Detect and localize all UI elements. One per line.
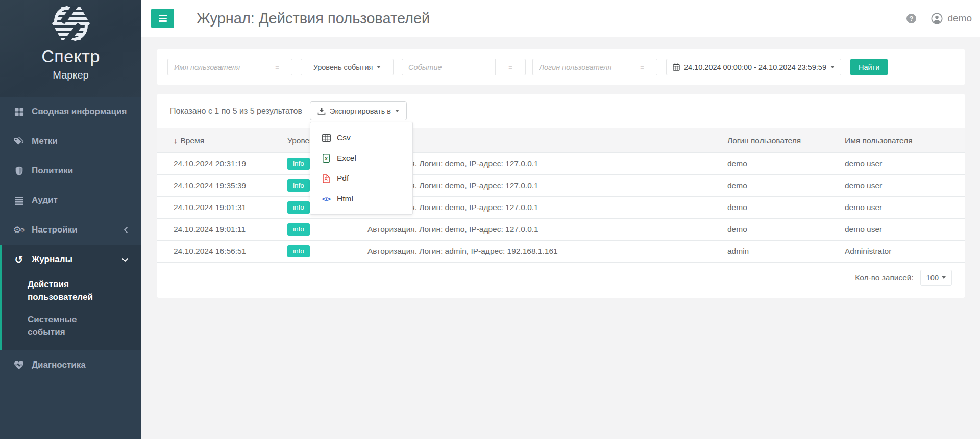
export-option-excel[interactable]: x Excel xyxy=(310,148,412,168)
sidebar-item-label: Журналы xyxy=(32,254,72,265)
sidebar-item-label: Диагностика xyxy=(32,360,86,370)
search-button[interactable]: Найти xyxy=(850,59,888,75)
sidebar-group-journals: ↺ Журналы Действия пользователей Системн… xyxy=(0,245,141,350)
column-header-login[interactable]: Логин пользователя xyxy=(720,128,837,153)
results-table: ↓Время Уровень Событие Логин пользовател… xyxy=(157,128,965,263)
spektr-logo-icon xyxy=(52,6,90,41)
sidebar: Спектр Маркер Сводная информация Метки П… xyxy=(0,0,141,439)
sidebar-item-label: Аудит xyxy=(32,195,58,205)
sidebar-toggle-button[interactable] xyxy=(151,9,174,28)
sidebar-item-policies[interactable]: Политики xyxy=(0,156,141,186)
list-icon xyxy=(13,196,25,205)
cell-event: Авторизация. Логин: admin, IP-адрес: 192… xyxy=(360,241,720,263)
sidebar-item-label: Политики xyxy=(32,166,73,176)
username-label: demo xyxy=(947,13,972,24)
content: = Уровень события = = 24.10.2024 00:00:0… xyxy=(141,37,980,439)
sidebar-item-system-events[interactable]: Системные события xyxy=(2,307,141,343)
cell-level: info xyxy=(280,219,360,241)
table-header-row: ↓Время Уровень Событие Логин пользовател… xyxy=(157,128,965,153)
event-level-dropdown[interactable]: Уровень события xyxy=(301,59,394,75)
event-equals-addon[interactable]: = xyxy=(495,59,526,75)
cell-login: admin xyxy=(720,241,837,263)
login-filter-group: = xyxy=(532,59,657,75)
event-filter-input[interactable] xyxy=(402,59,495,75)
table-row: 24.10.2024 16:56:51 info Авторизация. Ло… xyxy=(157,241,965,263)
cell-login: demo xyxy=(720,153,837,175)
help-icon[interactable]: ? xyxy=(906,13,917,24)
gears-icon: ⚙⚙ xyxy=(13,225,25,235)
export-button-label: Экспортировать в xyxy=(330,107,391,115)
username-filter-group: = xyxy=(167,59,292,75)
svg-text:?: ? xyxy=(910,15,914,22)
status-badge: info xyxy=(287,201,310,214)
cell-name: demo user xyxy=(837,197,965,219)
status-badge: info xyxy=(287,223,310,236)
cell-time: 24.10.2024 19:01:11 xyxy=(157,219,280,241)
username-equals-addon[interactable]: = xyxy=(262,59,292,75)
sidebar-item-diagnostics[interactable]: Диагностика xyxy=(0,350,141,380)
sidebar-item-tags[interactable]: Метки xyxy=(0,126,141,156)
export-menu: Csv x Excel Pdf xyxy=(310,122,413,215)
cell-event: Авторизация. Логин: demo, IP-адрес: 127.… xyxy=(360,153,720,175)
caret-down-icon xyxy=(395,110,399,112)
sort-desc-icon: ↓ xyxy=(174,136,178,145)
history-glyph: ↺ xyxy=(15,254,23,265)
page-size-dropdown[interactable]: 100 xyxy=(920,270,952,286)
sidebar-item-journals[interactable]: ↺ Журналы xyxy=(2,245,141,274)
sidebar-item-label: Сводная информация xyxy=(32,107,127,117)
export-option-csv[interactable]: Csv xyxy=(310,127,412,148)
cell-event: Авторизация. Логин: demo, IP-адрес: 127.… xyxy=(360,175,720,197)
cell-level: info xyxy=(280,241,360,263)
brand-subtitle: Маркер xyxy=(53,69,88,81)
sidebar-item-audit[interactable]: Аудит xyxy=(0,186,141,215)
table-row: 24.10.2024 19:35:39 info Авторизация. Ло… xyxy=(157,175,965,197)
export-option-html[interactable]: </> Html xyxy=(310,189,412,209)
export-dropdown: Экспортировать в Csv x xyxy=(310,101,407,120)
caret-down-icon xyxy=(377,66,381,68)
shield-icon xyxy=(13,166,25,176)
sidebar-item-user-actions[interactable]: Действия пользователей xyxy=(2,274,141,307)
cell-time: 24.10.2024 19:01:31 xyxy=(157,197,280,219)
cell-name: demo user xyxy=(837,219,965,241)
status-badge: info xyxy=(287,245,310,257)
export-option-label: Excel xyxy=(337,153,356,163)
table-grid-icon xyxy=(321,134,331,142)
sidebar-item-label: Настройки xyxy=(32,225,78,235)
export-button[interactable]: Экспортировать в xyxy=(310,101,407,120)
sidebar-item-settings[interactable]: ⚙⚙ Настройки xyxy=(0,215,141,245)
status-badge: info xyxy=(287,179,310,192)
export-option-pdf[interactable]: Pdf xyxy=(310,168,412,189)
export-option-label: Pdf xyxy=(337,174,349,183)
event-filter-group: = xyxy=(402,59,526,75)
top-bar: Журнал: Действия пользователей ? demo xyxy=(141,0,980,37)
cell-time: 24.10.2024 19:35:39 xyxy=(157,175,280,197)
results-card: Показано с 1 по 5 из 5 результатов Экспо… xyxy=(157,94,965,298)
brand-header: Спектр Маркер xyxy=(0,0,141,97)
download-icon xyxy=(317,107,326,115)
column-header-name[interactable]: Имя пользователя xyxy=(837,128,965,153)
column-header-time[interactable]: ↓Время xyxy=(157,128,280,153)
table-footer: Кол-во записей: 100 xyxy=(157,263,965,297)
date-range-picker[interactable]: 24.10.2024 00:00:00 - 24.10.2024 23:59:5… xyxy=(666,59,841,75)
cell-event: Авторизация. Логин: demo, IP-адрес: 127.… xyxy=(360,219,720,241)
sidebar-item-label: Метки xyxy=(32,136,58,146)
tags-icon xyxy=(13,137,25,146)
user-icon xyxy=(931,13,943,24)
heart-pulse-icon xyxy=(13,360,25,370)
calendar-icon xyxy=(673,63,680,71)
username-filter-input[interactable] xyxy=(167,59,262,75)
cell-event: Авторизация. Логин: demo, IP-адрес: 127.… xyxy=(360,197,720,219)
page-size-value: 100 xyxy=(926,274,939,282)
login-filter-input[interactable] xyxy=(532,59,627,75)
user-menu[interactable]: demo xyxy=(931,13,972,24)
event-level-label: Уровень события xyxy=(313,63,373,71)
cell-name: demo user xyxy=(837,153,965,175)
caret-down-icon xyxy=(942,276,946,279)
login-equals-addon[interactable]: = xyxy=(627,59,657,75)
history-icon: ↺ xyxy=(13,254,25,265)
table-row: 24.10.2024 19:01:31 info Авторизация. Ло… xyxy=(157,197,965,219)
sidebar-item-summary[interactable]: Сводная информация xyxy=(0,97,141,126)
brand-title: Спектр xyxy=(41,46,100,66)
column-header-event[interactable]: Событие xyxy=(360,128,720,153)
main-area: Журнал: Действия пользователей ? demo = … xyxy=(141,0,980,439)
